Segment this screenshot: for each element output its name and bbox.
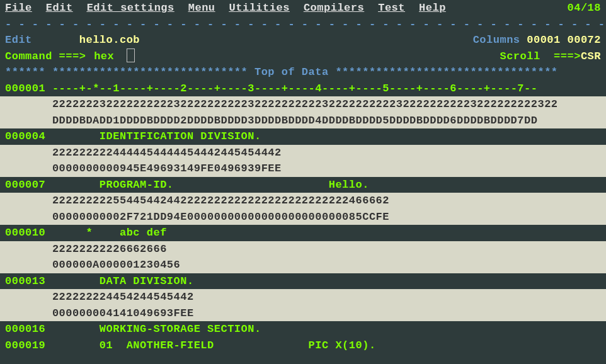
command-input[interactable] xyxy=(93,48,127,65)
code-text[interactable]: 01 ANOTHER-FIELD PIC X(10). xyxy=(45,339,375,351)
editor-body[interactable]: 000001 ----+-*--1----+----2----+----3---… xyxy=(0,81,606,354)
line-number[interactable]: 000016 xyxy=(5,323,45,335)
command-row: Command ===> Scroll ===>CSR xyxy=(0,48,606,65)
menu-menu[interactable]: Menu xyxy=(188,0,215,16)
code-text[interactable]: ----+-*--1----+----2----+----3----+----4… xyxy=(45,82,537,94)
hex-digit-line: 00000000002F721DD94E00000000000000000000… xyxy=(0,209,606,225)
hex-zone-line: 2222222224444454444454442445454442 xyxy=(0,145,606,161)
hex-zone-line: 222222224454244545442 xyxy=(0,289,606,305)
editor-header: Edit hello.cob Columns 00001 00072 xyxy=(0,32,606,48)
col-end: 00072 xyxy=(567,32,601,48)
code-line[interactable]: 000019 01 ANOTHER-FIELD PIC X(10). xyxy=(0,338,606,354)
line-number[interactable]: 000010 xyxy=(5,227,45,239)
hex-zone-line: 2222222225544544244222222222222222222222… xyxy=(0,193,606,209)
file-name: hello.cob xyxy=(79,32,140,48)
scroll-label: Scroll ===> xyxy=(500,48,580,65)
code-text[interactable]: DATA DIVISION. xyxy=(45,275,193,287)
code-line[interactable]: 000007 PROGRAM-ID. Hello. xyxy=(0,177,606,193)
divider: - - - - - - - - - - - - - - - - - - - - … xyxy=(0,16,606,33)
scroll-value[interactable]: CSR xyxy=(581,48,601,65)
col-start: 00001 xyxy=(527,32,561,48)
menu-help[interactable]: Help xyxy=(419,0,446,16)
cursor xyxy=(127,48,135,62)
line-number[interactable]: 000001 xyxy=(5,82,45,94)
line-number[interactable]: 000013 xyxy=(5,275,45,287)
menu-edit-settings[interactable]: Edit_settings xyxy=(87,0,174,16)
hex-zone-line: 2222222322222222223222222222232222222222… xyxy=(0,96,606,113)
hex-digit-line: 0000000000945E49693149FE0496939FEE xyxy=(0,161,606,177)
top-of-data: ****** ***************************** Top… xyxy=(0,64,606,81)
code-text[interactable]: IDENTIFICATION DIVISION. xyxy=(45,130,261,142)
page-indicator: 04/18 xyxy=(567,0,601,16)
code-line[interactable]: 000010 * abc def xyxy=(0,225,606,241)
code-line[interactable]: 000001 ----+-*--1----+----2----+----3---… xyxy=(0,81,606,97)
menubar: File Edit Edit_settings Menu Utilities C… xyxy=(0,0,606,16)
code-text[interactable]: PROGRAM-ID. Hello. xyxy=(45,179,369,191)
command-label: Command ===> xyxy=(5,48,93,65)
mode-label: Edit xyxy=(5,32,32,48)
code-text[interactable]: * abc def xyxy=(45,227,167,239)
line-number[interactable]: 000019 xyxy=(5,339,45,351)
code-line[interactable]: 000016 WORKING-STORAGE SECTION. xyxy=(0,321,606,338)
hex-digit-line: 000000004141049693FEE xyxy=(0,305,606,322)
hex-zone-line: 22222222226662666 xyxy=(0,241,606,258)
line-number[interactable]: 000007 xyxy=(5,179,45,191)
code-text[interactable]: WORKING-STORAGE SECTION. xyxy=(45,323,261,335)
columns-label: Columns xyxy=(473,32,520,48)
hex-digit-line: 000000A000001230456 xyxy=(0,257,606,273)
code-line[interactable]: 000004 IDENTIFICATION DIVISION. xyxy=(0,128,606,145)
menu-file[interactable]: File xyxy=(5,0,32,16)
menu-compilers[interactable]: Compilers xyxy=(304,0,364,16)
line-number[interactable]: 000004 xyxy=(5,130,45,142)
hex-digit-line: DDDDBDADD1DDDDBDDDD2DDDDBDDDD3DDDDBDDDD4… xyxy=(0,113,606,129)
menu-edit[interactable]: Edit xyxy=(46,0,73,16)
menu-utilities[interactable]: Utilities xyxy=(229,0,290,16)
menu-test[interactable]: Test xyxy=(378,0,405,16)
code-line[interactable]: 000013 DATA DIVISION. xyxy=(0,273,606,290)
